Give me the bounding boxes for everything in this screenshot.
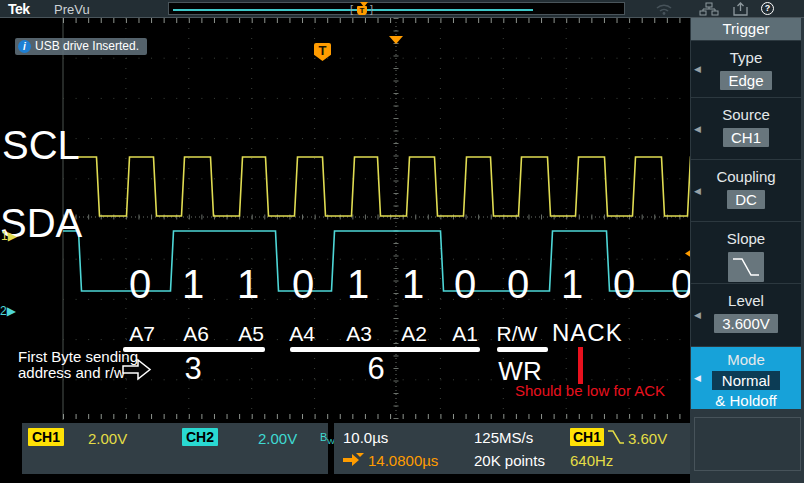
timebase-value: 10.0µs — [343, 429, 388, 446]
bit-label: R/W — [497, 322, 538, 346]
falling-slope-icon — [728, 252, 764, 282]
group2-underline — [290, 347, 480, 352]
chevron-left-icon: ◀ — [694, 186, 701, 196]
source-value: CH1 — [723, 128, 769, 147]
horizontal-trigger-readout-box: 10.0µs 125MS/s CH1 3.60V 14.0800µs 20K p… — [334, 423, 692, 474]
bit-digit: 1 — [237, 262, 259, 307]
ch2-ground-marker[interactable]: 2▶ — [0, 304, 16, 318]
mode-label: Mode — [691, 351, 801, 368]
ch2-badge[interactable]: CH2 — [182, 428, 218, 446]
scl-ch1-trace — [63, 157, 692, 216]
level-label: Level — [691, 292, 801, 309]
menu-item-mode[interactable]: ◀ Mode Normal & Holdoff — [691, 347, 801, 409]
type-label: Type — [691, 49, 801, 66]
delay-time-value: 14.0800µs — [368, 452, 438, 469]
trigger-level-value: 3.60V — [628, 430, 667, 447]
trigger-frequency-value: 640Hz — [570, 452, 613, 469]
bit-digit: 1 — [347, 262, 369, 307]
scl-signal-label: SCL — [2, 123, 80, 168]
trigger-source-badge[interactable]: CH1 — [570, 428, 604, 446]
usb-notification-text: USB drive Inserted. — [35, 39, 139, 53]
bit-label: A6 — [183, 322, 209, 346]
bit-label: A3 — [346, 322, 372, 346]
menu-item-source[interactable]: ◀ Source CH1 — [691, 98, 801, 159]
trigger-slope-icon — [607, 429, 625, 445]
menu-item-level[interactable]: ◀ Level 3.600V — [691, 284, 801, 346]
bit-digit: 0 — [129, 262, 151, 307]
bit-label: A2 — [401, 322, 427, 346]
chevron-left-icon: ◀ — [694, 373, 701, 383]
bit-digit: 0 — [292, 262, 314, 307]
menu-item-type[interactable]: ◀ Type Edge — [691, 41, 801, 97]
bit-digit: 1 — [182, 262, 204, 307]
bit-label: A1 — [452, 322, 478, 346]
menu-item-coupling[interactable]: ◀ Coupling DC — [691, 160, 801, 221]
menu-title: Trigger — [691, 18, 801, 40]
first-byte-note-line1: First Byte sending — [18, 349, 138, 365]
delay-arrow-icon — [342, 453, 366, 467]
chevron-left-icon: ◀ — [694, 310, 701, 320]
group1-value: 3 — [184, 351, 201, 387]
nack-label: NACK — [552, 319, 623, 347]
save-export-icon[interactable] — [732, 2, 750, 16]
ch1-badge[interactable]: CH1 — [28, 428, 64, 446]
note-pointer-arrow-icon — [122, 358, 152, 381]
bit-label: A5 — [238, 322, 264, 346]
coupling-label: Coupling — [691, 168, 801, 185]
ch2-scale: 2.00V — [258, 430, 297, 447]
sample-rate-value: 125MS/s — [474, 429, 533, 446]
menu-item-slope[interactable]: Slope — [691, 222, 801, 283]
record-trigger-t-icon: T — [357, 6, 367, 15]
mode-value: Normal — [712, 371, 780, 390]
bit-digit: 1 — [402, 262, 424, 307]
sda-ch2-trace — [63, 231, 692, 291]
group2-value: 6 — [367, 351, 384, 387]
channel-readout-box: CH1 2.00V CH2 2.00V BW — [22, 423, 328, 474]
nack-highlight-mark — [578, 347, 583, 384]
trigger-side-menu: Trigger ◀ Type Edge ◀ Source CH1 ◀ Coupl… — [690, 18, 804, 483]
wifi-icon[interactable] — [655, 2, 673, 15]
network-icon[interactable] — [699, 2, 719, 16]
info-icon: i — [18, 40, 31, 53]
usb-notification-banner: i USB drive Inserted. — [15, 38, 147, 55]
expansion-bracket-left: [ — [350, 3, 353, 15]
bottom-right-panel — [694, 417, 801, 471]
top-bar: Tek PreVu [ T ] ? — [0, 0, 804, 18]
first-byte-note-line2: address and r/w — [18, 365, 138, 381]
ack-warning-text: Should be low for ACK — [515, 382, 665, 399]
bandwidth-limit-icon: BW — [320, 431, 335, 446]
source-label: Source — [691, 106, 801, 123]
level-value: 3.600V — [714, 314, 778, 333]
chevron-left-icon: ◀ — [694, 124, 701, 134]
record-view-strip[interactable]: [ T ] — [168, 2, 625, 15]
trigger-position-marker-icon[interactable] — [389, 36, 403, 44]
chevron-left-icon: ◀ — [694, 64, 701, 74]
slope-label: Slope — [691, 230, 801, 247]
bit-digit: 1 — [561, 262, 583, 307]
coupling-value: DC — [727, 190, 765, 209]
bit-label: A4 — [289, 322, 315, 346]
type-value: Edge — [720, 71, 771, 90]
help-icon[interactable]: ? — [761, 2, 774, 15]
ch1-ground-marker[interactable]: 1▶ — [1, 229, 17, 243]
tek-logo: Tek — [8, 1, 30, 17]
graticule-area: i USB drive Inserted. T SCL SDA 1▶ 2▶ 0A… — [0, 18, 692, 420]
oscilloscope-screen: Tek PreVu [ T ] ? — [0, 0, 804, 483]
rw-underline — [497, 347, 548, 352]
first-byte-note: First Byte sending address and r/w — [18, 349, 138, 381]
expansion-bracket-right: ] — [370, 3, 373, 15]
ch1-scale: 2.00V — [88, 430, 127, 447]
acquisition-status: PreVu — [54, 2, 90, 17]
bit-label: A7 — [129, 322, 155, 346]
bit-digit: 0 — [507, 262, 529, 307]
record-length-value: 20K points — [474, 452, 545, 469]
bit-digit: 0 — [613, 262, 635, 307]
mode-value2: & Holdoff — [691, 392, 801, 409]
bit-digit: 0 — [454, 262, 476, 307]
